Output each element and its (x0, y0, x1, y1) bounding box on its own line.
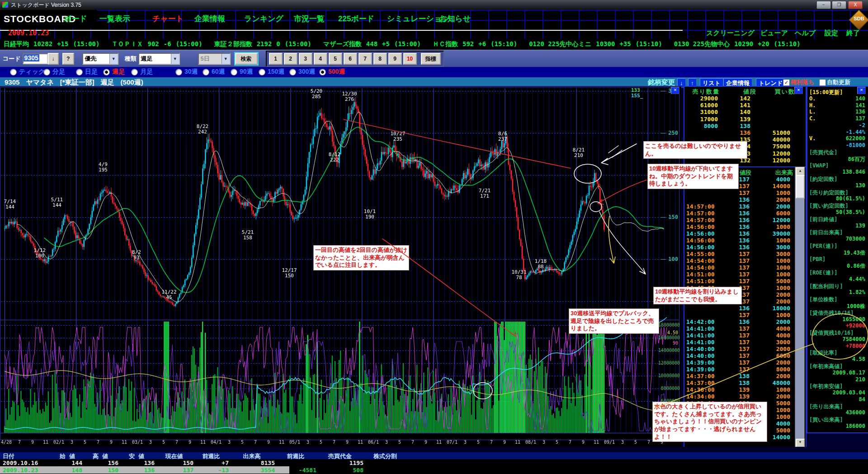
menu-item-終了[interactable]: 終了 (846, 29, 860, 38)
tape-scrollbar[interactable]: ▲ ▼ (795, 166, 805, 448)
page-button-3[interactable]: 3 (299, 53, 312, 65)
trade-time: 14:42:00 (686, 318, 719, 325)
quote-line: 138.846 (809, 169, 865, 175)
indicator-button[interactable]: 指標 (421, 53, 441, 65)
period-ティック[interactable]: ティック (10, 68, 45, 76)
menu-item-ランキング[interactable]: ランキング (244, 14, 283, 24)
page-button-8[interactable]: 8 (373, 53, 387, 65)
page-button-1[interactable]: 1 (269, 53, 283, 65)
page-button-9[interactable]: 9 (388, 53, 402, 65)
note-box-5: 30週移送平均線でプルバック、週足で陰線を出したところで売りました。 (569, 308, 659, 334)
period-300週[interactable]: 300週 (289, 68, 315, 76)
page-button-10[interactable]: 10 (403, 53, 417, 65)
quote-label: [VWAP] (809, 162, 829, 169)
page-button-6[interactable]: 6 (344, 53, 357, 65)
price: 138 (720, 123, 750, 129)
index-name: 日経平均 (4, 40, 29, 48)
menu-item-スクリーニング[interactable]: スクリーニング (706, 29, 755, 38)
scroll-down-icon[interactable]: ▼ (796, 439, 805, 447)
period-500週[interactable]: 500週 (319, 68, 345, 76)
trade-price: 136 (722, 210, 750, 217)
trade-time: 14:51:00 (686, 278, 719, 284)
table-header-row: 日付始 値高 値安 値現在値前週比出来高前週比売買代金株式分割 (0, 452, 868, 459)
page-button-group: 12345678910指標 (266, 51, 444, 67)
menu-item-ヘルプ[interactable]: ヘルプ (795, 29, 816, 38)
index-name: ＨＣ指数 (433, 40, 458, 48)
quote-line: 210 (809, 376, 865, 383)
chart-close-icon[interactable]: ✕ (671, 87, 679, 94)
page-button-7[interactable]: 7 (359, 53, 372, 65)
trade-time: 14:39:00 (686, 366, 719, 373)
period-日足[interactable]: 日足 (76, 68, 98, 76)
quote-line: -2 (809, 122, 865, 128)
menu-item-企業情報[interactable]: 企業情報 (194, 14, 225, 24)
period-label: 90週 (240, 68, 253, 76)
index-value: 10290 (734, 40, 753, 48)
priority-select[interactable]: 優先▼ (82, 53, 118, 65)
search-button[interactable]: 検索 (235, 53, 258, 65)
orderbook-close-icon[interactable]: ✕ (794, 87, 803, 94)
index-change: +35 (619, 40, 631, 48)
period-label: ティック (19, 68, 45, 76)
quote-value: 137 (855, 115, 865, 122)
menu-item-ビューア[interactable]: ビューア (760, 29, 788, 38)
close-button[interactable]: X (848, 1, 863, 9)
trade-price: 137 (722, 312, 750, 318)
auto-update-label: 自動更新 (827, 78, 850, 86)
code-input[interactable]: 9305 (23, 53, 48, 64)
index-value: 10300 (596, 40, 615, 48)
trade-time: 14:39:00 (686, 359, 719, 366)
quote-value: 4.58 (852, 356, 865, 362)
period-150週[interactable]: 150週 (259, 68, 284, 76)
menu-item-ボード[interactable]: ボード (64, 14, 87, 24)
minimize-button[interactable]: − (816, 1, 831, 9)
quote-line: 703000 (809, 236, 865, 242)
buy-qty: 12000 (752, 150, 790, 157)
table-cell: 3554 (229, 467, 275, 474)
scrollbar-thumb[interactable] (796, 175, 805, 199)
sell-qty: 17000 (684, 116, 718, 123)
code-dropdown-button[interactable]: ↓ (48, 53, 59, 65)
period-分足[interactable]: 分足 (43, 68, 65, 76)
radio-icon (319, 69, 326, 76)
period-label: 30週 (184, 68, 198, 76)
table-cell: +7 (193, 460, 229, 466)
index-item: 0130 225先物中心10290+20(15:10) (674, 40, 801, 48)
menu-item-設定[interactable]: 設定 (825, 29, 838, 38)
quote-label: H. (809, 102, 816, 109)
table-cell: 136 (118, 460, 155, 466)
weekly-history-table: 日付始 値高 値安 値現在値前週比出来高前週比売買代金株式分割 2009.10.… (0, 452, 868, 474)
chevron-down-icon: ▼ (109, 54, 118, 64)
trade-volume: 18000 (751, 305, 790, 312)
trade-price: 137 (722, 332, 750, 339)
rights-checkbox[interactable]: ✓ (783, 79, 790, 86)
menu-item-一覧表示[interactable]: 一覧表示 (99, 14, 130, 24)
period-週足[interactable]: 週足 (103, 68, 125, 76)
quote-panel-close-icon[interactable]: ✕ (857, 87, 866, 94)
trade-price: 136 (722, 196, 750, 203)
period-90週[interactable]: 90週 (231, 68, 253, 76)
menu-item-チャート[interactable]: チャート (152, 14, 184, 24)
trade-volume: 1000 (751, 312, 790, 318)
help-button[interactable]: ? (62, 53, 74, 65)
period-30週[interactable]: 30週 (175, 68, 198, 76)
quote-value: 622000 (846, 135, 865, 142)
quote-stats-panel: [15:00更新]O.140H.141L.136C.137-2-1.44%V.6… (807, 86, 868, 433)
period-60週[interactable]: 60週 (203, 68, 225, 76)
type-select[interactable]: 週足▼ (138, 53, 180, 65)
page-button-5[interactable]: 5 (329, 53, 342, 65)
trade-price: 137 (722, 339, 750, 346)
quote-value: +78000 (846, 343, 865, 349)
table-cell: 2009.10.16 (3, 460, 52, 466)
auto-update-checkbox[interactable] (819, 79, 826, 86)
menu-item-お知らせ[interactable]: お知らせ (439, 14, 471, 24)
menu-item-市況一覧[interactable]: 市況一覧 (294, 14, 325, 24)
trade-time: 14:40:00 (686, 352, 719, 359)
restore-button[interactable]: ❐ (832, 1, 846, 9)
index-name: 0130 225先物中心 (674, 40, 730, 48)
page-button-4[interactable]: 4 (314, 53, 327, 65)
period-月足[interactable]: 月足 (131, 68, 153, 76)
trade-price: 138 (722, 373, 750, 379)
menu-item-225ボード[interactable]: 225ボード (338, 14, 374, 24)
page-button-2[interactable]: 2 (284, 53, 297, 65)
